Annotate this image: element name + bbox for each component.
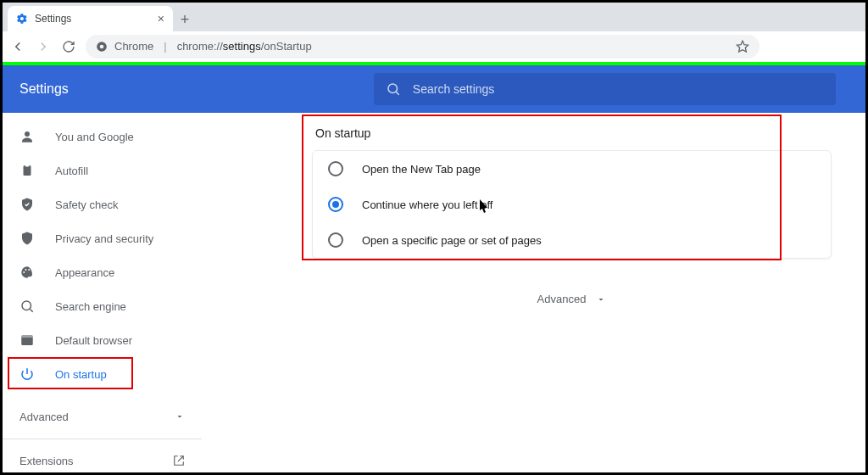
gear-icon [16,13,28,25]
startup-option-new-tab[interactable]: Open the New Tab page [313,151,831,187]
svg-rect-14 [21,335,33,338]
close-icon[interactable]: × [158,12,164,25]
reload-button[interactable] [60,38,77,55]
svg-point-8 [23,271,25,273]
omnibox-url-bold: settings [223,40,261,53]
open-external-icon [173,455,185,467]
sidebar-item-label: Search engine [55,300,126,313]
omnibox-chrome-label: Chrome [114,40,153,53]
radio-icon [328,161,343,176]
startup-options-card: Open the New Tab page Continue where you… [312,150,832,259]
svg-marker-2 [737,41,748,52]
browser-toolbar: Chrome | chrome://settings/onStartup [3,31,865,62]
startup-option-label: Continue where you left off [362,198,492,211]
content-advanced-label: Advanced [537,293,587,305]
settings-header: Settings [3,65,865,113]
new-tab-button[interactable]: + [173,8,197,31]
address-bar[interactable]: Chrome | chrome://settings/onStartup [86,35,760,59]
sidebar-advanced-toggle[interactable]: Advanced [3,400,202,433]
sidebar-item-search-engine[interactable]: Search engine [3,289,202,323]
sidebar-item-privacy-security[interactable]: Privacy and security [3,221,202,255]
omnibox-url-rest: /onStartup [261,40,312,53]
page-title: Settings [19,81,69,97]
power-icon [19,366,36,382]
svg-point-3 [388,84,398,93]
back-button[interactable] [9,38,26,55]
clipboard-icon [19,163,36,178]
startup-option-label: Open a specific page or set of pages [362,234,542,247]
sidebar-item-label: On startup [55,368,107,381]
shield-check-icon [19,197,36,212]
svg-rect-6 [24,165,31,176]
svg-point-9 [25,269,27,271]
section-title: On startup [315,126,832,140]
sidebar-extensions-label: Extensions [19,455,74,467]
omnibox-url-prefix: chrome:// [177,40,223,53]
settings-content: On startup Open the New Tab page Continu… [202,113,865,472]
person-icon [19,129,36,144]
sidebar-item-safety-check[interactable]: Safety check [3,187,202,221]
sidebar-advanced-label: Advanced [19,411,69,423]
radio-checked-icon [328,197,343,212]
sidebar-item-label: Privacy and security [55,232,153,245]
svg-point-5 [25,131,30,137]
sidebar-item-on-startup[interactable]: On startup [3,357,202,391]
omnibox-separator: | [164,40,166,53]
search-icon [19,299,36,314]
sidebar-item-default-browser[interactable]: Default browser [3,323,202,357]
browser-tab-strip: Settings × + [3,3,865,31]
content-advanced-toggle[interactable]: Advanced [312,293,832,305]
startup-option-continue[interactable]: Continue where you left off [313,187,831,222]
radio-icon [328,232,343,248]
shield-icon [19,231,36,246]
search-settings-field[interactable] [374,73,836,105]
tab-title: Settings [35,13,71,25]
search-settings-input[interactable] [413,82,824,96]
svg-rect-7 [25,165,30,167]
chevron-down-icon [175,411,185,422]
sidebar-item-label: You and Google [55,131,134,143]
sidebar-item-you-and-google[interactable]: You and Google [3,120,202,154]
paint-icon [19,265,36,280]
chevron-down-icon [596,294,606,305]
startup-option-label: Open the New Tab page [362,163,481,176]
chrome-icon [96,41,108,53]
sidebar-item-label: Default browser [55,334,132,347]
svg-point-10 [28,269,30,271]
startup-option-specific-pages[interactable]: Open a specific page or set of pages [313,222,831,258]
sidebar-item-label: Safety check [55,198,118,211]
settings-main: You and Google Autofill Safety check Pri… [3,113,865,472]
sidebar-item-label: Appearance [55,266,114,279]
browser-icon [19,332,36,348]
bookmark-star-icon[interactable] [736,40,749,53]
sidebar-extensions[interactable]: Extensions [3,444,202,475]
svg-point-1 [100,44,104,48]
svg-point-11 [22,301,31,310]
sidebar-item-appearance[interactable]: Appearance [3,255,202,289]
browser-tab[interactable]: Settings × [8,6,173,31]
sidebar-item-label: Autofill [55,165,88,177]
sidebar-divider [3,439,202,439]
search-icon [386,81,401,97]
sidebar: You and Google Autofill Safety check Pri… [3,113,202,472]
svg-line-12 [30,309,32,311]
svg-line-4 [396,92,398,94]
sidebar-item-autofill[interactable]: Autofill [3,154,202,187]
forward-button[interactable] [35,38,52,55]
